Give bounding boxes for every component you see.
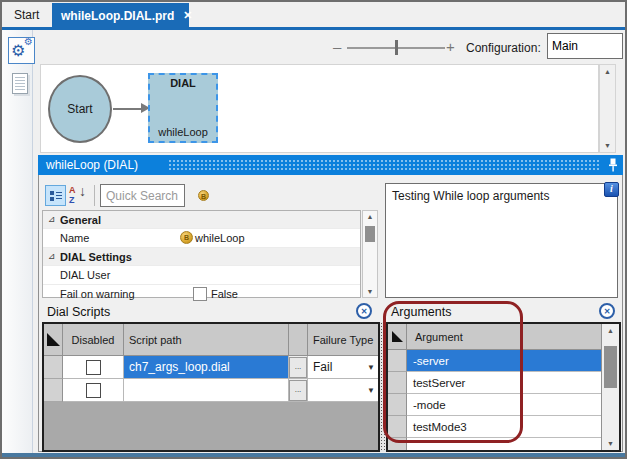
fail-on-warning-checkbox[interactable] [193,287,207,301]
bottom-accent-strip [2,453,625,457]
column-header-argument[interactable]: Argument [407,324,601,350]
script-path-cell[interactable] [124,379,289,402]
argument-cell-selected[interactable]: -server [407,350,601,372]
scroll-down-icon[interactable]: ▼ [363,288,377,295]
column-header-script-path[interactable]: Script path [124,324,289,356]
dial-node-name: whileLoop [150,126,216,138]
dial-scripts-header: Disabled Script path Failure Type [44,324,378,356]
list-item[interactable]: -server [388,350,601,372]
scroll-up-icon[interactable]: ▲ [602,327,619,334]
dropdown-arrow-icon[interactable]: ▼ [367,386,375,395]
flow-canvas[interactable]: Start DIAL whileLoop [40,64,599,153]
browse-button[interactable]: ... [289,357,307,378]
sort-alphabetical-button[interactable]: A Z ↓ [69,186,91,205]
categorize-button[interactable] [45,185,66,206]
gear-small-icon: ⚙ [24,37,33,47]
info-icon[interactable]: i [604,182,619,197]
select-all-corner[interactable] [44,324,63,356]
list-item[interactable]: testServer [388,372,601,394]
argument-cell[interactable]: -mode [407,394,601,416]
list-item[interactable]: -mode [388,394,601,416]
badge-icon: B [198,190,209,201]
property-row-name[interactable]: Name B whileLoop [43,229,360,248]
arguments-header: Argument [388,324,601,350]
titlebar-grip-dots [168,159,599,171]
column-header-failure-type[interactable]: Failure Type [308,324,378,356]
arguments-title: Arguments [391,305,451,319]
fail-on-warning-value: False [211,288,238,300]
column-header-disabled[interactable]: Disabled [63,324,124,356]
name-value[interactable]: whileLoop [195,232,245,244]
property-grid-scrollbar[interactable]: ▲ ▼ [362,210,378,298]
collapse-icon[interactable]: ⊿ [48,251,56,261]
dial-node-selected[interactable]: DIAL whileLoop [148,73,218,143]
zoom-slider-thumb[interactable] [395,40,398,55]
dropdown-arrow-icon[interactable]: ▼ [367,363,375,372]
canvas-vertical-scrollbar[interactable]: ▲ ▼ [599,64,616,153]
tab-close-icon[interactable]: ✕ [183,9,192,22]
arguments-close-icon[interactable]: ✕ [599,303,615,319]
row-header[interactable] [388,372,407,394]
disabled-checkbox[interactable] [86,383,101,398]
category-row-general[interactable]: ⊿ General [43,211,360,229]
start-node-label: Start [67,102,92,116]
categorized-view-icon [50,190,62,202]
quick-search-input[interactable] [101,185,184,206]
browse-button[interactable]: ... [289,380,307,401]
dial-node-type: DIAL [150,77,216,89]
row-header[interactable] [388,350,407,372]
script-path-cell-selected[interactable]: ch7_args_loop.dial [124,356,289,379]
table-row: ch7_args_loop.dial ... Fail ▼ [44,356,378,379]
corner-triangle-icon [392,331,403,342]
failure-type-cell[interactable]: Fail ▼ [308,356,378,379]
process-tool-button[interactable]: ⚙ ⚙ [8,37,35,64]
tab-label: whileLoop.DIAL.prd [61,9,174,23]
scroll-up-icon[interactable]: ▲ [363,213,377,220]
failure-type-cell[interactable]: ▼ [308,379,378,402]
argument-cell[interactable] [407,438,601,450]
argument-cell[interactable]: testServer [407,372,601,394]
start-node[interactable]: Start [48,75,112,143]
badge-icon: B [180,231,193,244]
category-row-dial-settings[interactable]: ⊿ DIAL Settings [43,248,360,266]
corner-triangle-icon [47,333,60,346]
row-header[interactable] [388,394,407,416]
row-header[interactable] [44,379,63,402]
pin-icon[interactable] [607,158,619,172]
column-header-browse [289,324,308,356]
toolbar-separator [94,185,95,206]
dial-scripts-close-icon[interactable]: ✕ [356,303,372,319]
row-header[interactable] [388,416,407,438]
list-item[interactable]: testMode3 [388,416,601,438]
table-row: ... ▼ [44,379,378,402]
document-tool-icon[interactable] [12,73,28,94]
tab-whileloop-dial-prd[interactable]: whileLoop.DIAL.prd ✕ [52,3,189,28]
app-window: Start whileLoop.DIAL.prd ✕ ⚙ ⚙ – + Confi… [0,0,627,459]
panel-title: whileLoop (DIAL) [46,158,138,172]
row-header[interactable] [44,356,63,379]
tab-start[interactable]: Start [6,4,47,27]
scroll-thumb[interactable] [365,226,375,242]
arguments-table: Argument -server testServer -mode testMo… [386,322,621,452]
zoom-in-icon[interactable]: + [446,38,455,55]
zoom-out-icon[interactable]: – [333,38,341,55]
arguments-scrollbar[interactable]: ▲ ▼ [601,324,619,450]
quick-search-box [100,184,185,207]
property-row-dial-user[interactable]: DIAL User [43,266,360,285]
tab-underline [2,27,625,30]
description-textarea[interactable]: Testing While loop arguments [385,183,618,298]
scroll-down-icon[interactable]: ▼ [602,440,619,447]
property-row-fail-on-warning[interactable]: Fail on warning False [43,285,360,303]
scroll-thumb[interactable] [604,346,617,388]
select-all-corner[interactable] [388,324,407,350]
dial-scripts-title: Dial Scripts [47,305,110,319]
argument-cell[interactable]: testMode3 [407,416,601,438]
configuration-input[interactable] [547,33,623,59]
collapse-icon[interactable]: ⊿ [48,214,56,224]
disabled-checkbox[interactable] [86,360,101,375]
scroll-down-icon[interactable]: ▼ [600,142,615,149]
list-item[interactable] [388,438,601,450]
sort-down-arrow-icon: ↓ [79,187,86,196]
row-header[interactable] [388,438,407,450]
scroll-up-icon[interactable]: ▲ [600,68,615,75]
